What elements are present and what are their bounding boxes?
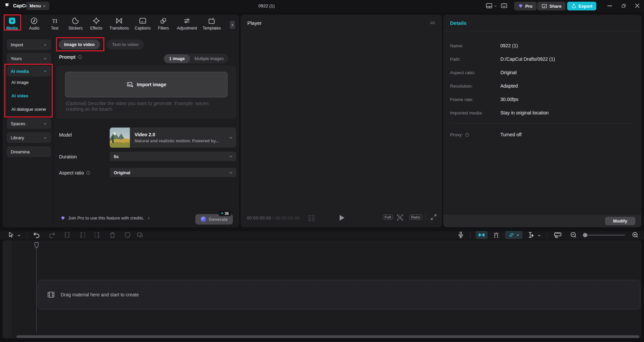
tab-stickers[interactable]: Stickers [68,17,83,31]
chevron-down-icon [43,57,47,60]
layout-chevron-icon[interactable] [494,4,497,7]
chevron-down-icon [229,154,233,158]
ratio-toggle[interactable]: Ratio [409,214,422,220]
gem-icon [518,4,523,8]
overlay-icon[interactable] [136,231,144,239]
timeline-horizontal-scrollbar[interactable] [16,335,639,338]
frame-preview-icon[interactable] [308,215,316,222]
cursor-track-icon[interactable] [528,231,535,239]
model-label: Model [59,132,72,138]
delete-icon[interactable] [109,231,116,239]
tab-templates[interactable]: Templates [203,17,221,31]
undo-icon[interactable] [33,231,40,239]
chevron-down-icon [43,43,47,47]
zoom-preview-icon[interactable] [396,213,404,222]
window-bottom-edge [0,338,644,342]
chevron-down-icon [43,136,47,140]
trim-right-icon[interactable] [93,231,101,239]
record-voiceover-icon[interactable] [457,231,464,239]
pro-badge[interactable]: Pro [514,2,537,10]
magnetic-snap-toggle[interactable] [476,231,488,239]
filters-icon [159,17,167,25]
segment-one-image[interactable]: 1 image [164,54,190,63]
aspect-ratio-select[interactable]: Original [110,168,236,177]
model-select[interactable]: Video 2.0 Natural and realistic motion. … [110,128,236,148]
player-title: Player [247,20,262,26]
minimize-button[interactable] [607,5,612,6]
adjustment-icon [183,17,191,25]
chevron-down-icon [516,233,519,237]
split-icon[interactable] [63,231,71,239]
image-count-segment: 1 image Multiple images [163,54,228,63]
sidebar-item-yours[interactable]: Yours [7,53,51,64]
sidebar-divider [53,36,53,227]
tab-filters[interactable]: Filters [158,17,169,31]
highlight-box-ai-media [4,64,53,117]
help-icon[interactable] [465,133,469,137]
film-icon [47,291,55,298]
text-to-video-tab[interactable]: Text to video [107,40,144,49]
tab-adjustment[interactable]: Adjustment [177,17,197,31]
sidebar-item-dreamina[interactable]: Dreamina [7,146,51,157]
zoom-in-icon[interactable] [632,231,639,239]
modify-button[interactable]: Modify [605,217,635,225]
timeline-dropzone[interactable]: Drag material here and start to create [38,280,640,309]
chevron-down-icon [229,170,233,175]
segment-multiple-images[interactable]: Multiple images [190,56,229,61]
duration-select[interactable]: 5s [110,152,236,161]
expand-player-icon[interactable] [430,213,437,221]
gem-icon [60,216,65,221]
info-icon [78,55,82,59]
trim-left-icon[interactable] [79,231,86,239]
track-header-gutter [3,240,11,338]
layout-icon[interactable] [486,3,493,9]
export-button[interactable]: Export [567,2,596,10]
tab-audio[interactable]: Audio [29,17,40,31]
timeline-zoom-fit-icon[interactable] [554,231,562,239]
highlight-box-image-to-video [56,37,104,51]
project-title: 0922 (1) [258,3,275,8]
prompt-placeholder[interactable]: (Optional) Describe the video you want t… [66,101,228,112]
tab-transitions[interactable]: Transitions [109,17,129,31]
join-pro-banner[interactable]: Join Pro to use this feature with credit… [60,215,150,221]
tab-scroll-next-button[interactable] [230,21,235,29]
timeline-zoom-slider-handle[interactable] [583,233,587,237]
prompt-container: Import image (Optional) Describe the vid… [56,66,236,119]
sidebar-item-import[interactable]: Import [7,39,51,50]
tab-text[interactable]: TI Text [51,17,59,31]
select-tool-chevron-icon[interactable] [17,234,21,237]
restore-button[interactable] [621,3,626,8]
redo-icon[interactable] [48,231,56,239]
sidebar-item-spaces[interactable]: Spaces [7,118,51,129]
full-screen-toggle[interactable]: Full [383,214,393,220]
auto-snap-icon[interactable] [492,231,500,239]
timeline-zoom-slider[interactable] [584,235,625,236]
menu-button[interactable]: Menu [26,2,49,10]
generate-orb-icon [201,216,206,222]
close-button[interactable] [635,3,640,8]
timeline-area[interactable]: Drag material here and start to create [3,240,641,338]
play-button[interactable] [339,214,345,221]
model-name: Video 2.0 [135,132,224,137]
chevron-right-icon [147,216,150,220]
svg-text:TI: TI [52,18,57,24]
link-clips-toggle[interactable] [505,231,523,239]
sidebar-item-library[interactable]: Library [7,132,51,143]
import-image-icon [127,81,134,88]
templates-icon [208,17,216,25]
select-tool-icon[interactable] [7,231,14,239]
model-description: Natural and realistic motion. Powered by… [135,139,224,143]
player-panel: Player 00:00:00:00 / 00:00:00:00 Full Ra… [241,15,442,227]
media-panel: Media Audio TI Text Stickers Effects Tra… [3,15,239,227]
shortcut-keyboard-icon[interactable] [500,3,508,9]
tab-effects[interactable]: Effects [90,17,102,31]
playhead[interactable] [34,242,39,249]
mask-icon[interactable] [124,231,131,239]
share-icon [541,3,547,9]
tab-captions[interactable]: Captions [135,17,150,31]
zoom-out-icon[interactable] [570,231,577,239]
cursor-track-chevron-icon[interactable] [537,234,541,237]
import-image-dropzone[interactable]: Import image [65,72,228,97]
share-button[interactable]: Share [537,2,565,10]
player-menu-icon[interactable] [430,21,435,26]
